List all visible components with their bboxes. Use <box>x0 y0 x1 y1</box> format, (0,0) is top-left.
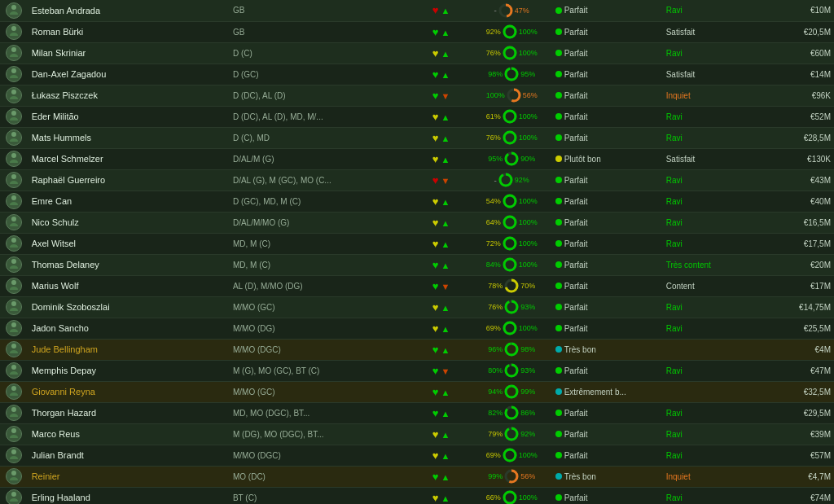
fitness-wrap: 96% 98% <box>488 342 535 357</box>
player-name-cell[interactable]: Memphis Depay <box>29 360 230 381</box>
player-heart-arrow: ♥ ▲ <box>411 42 472 64</box>
player-heart-arrow: ♥ ▼ <box>411 360 472 381</box>
moral-text: Parfait <box>564 70 588 79</box>
avatar <box>6 489 22 504</box>
moral-text: Extrêmement b... <box>564 388 626 397</box>
player-name-cell[interactable]: Dominik Szoboszlai <box>29 296 230 318</box>
player-position: AL (D), M/MO (DG) <box>230 275 411 296</box>
moral-text: Parfait <box>564 218 588 227</box>
heart-icon: ♥ <box>432 90 439 102</box>
player-name-cell[interactable]: Emre Can <box>29 191 230 212</box>
player-value: €4M <box>763 339 834 360</box>
player-name-cell[interactable]: Mats Hummels <box>29 127 230 148</box>
player-name-cell[interactable]: Marco Reus <box>29 423 230 445</box>
moral-badge: Parfait <box>555 366 588 375</box>
arrow-icon: ▲ <box>441 6 450 15</box>
player-name-cell[interactable]: Marius Wolf <box>29 275 230 296</box>
heart-icon: ♥ <box>432 344 439 356</box>
player-value: €14,75M <box>763 296 834 318</box>
fitness-donut <box>503 194 517 208</box>
moral-text: Parfait <box>564 430 588 439</box>
avatar-cell <box>0 233 29 254</box>
player-name-cell[interactable]: Dan-Axel Zagadou <box>29 64 230 85</box>
player-name-cell[interactable]: Giovanni Reyna <box>29 381 230 402</box>
moral-dot <box>555 388 562 395</box>
player-heart-arrow: ♥ ▲ <box>411 148 472 169</box>
svg-point-40 <box>11 217 16 221</box>
player-position: M/MO (DGC) <box>230 339 411 360</box>
player-moral: Parfait <box>552 191 663 212</box>
player-moral: Parfait <box>552 64 663 85</box>
heart-icon: ♥ <box>432 428 439 440</box>
player-name-cell[interactable]: Raphaël Guerreiro <box>29 169 230 191</box>
heart-icon: ♥ <box>432 238 439 250</box>
fitness-donut <box>507 88 521 103</box>
player-name: Jude Bellingham <box>32 344 98 354</box>
player-name-cell[interactable]: Reinier <box>29 466 230 487</box>
player-position: D/AL/M/MO (G) <box>230 212 411 233</box>
player-name-cell[interactable]: Erling Haaland <box>29 487 230 504</box>
svg-point-80 <box>11 428 16 433</box>
player-mood: Ravi <box>663 296 764 318</box>
avatar-cell <box>0 402 29 423</box>
avatar <box>6 193 22 209</box>
svg-point-53 <box>10 287 18 290</box>
player-name-cell[interactable]: Marcel Schmelzer <box>29 148 230 169</box>
player-name-cell[interactable]: Axel Witsel <box>29 233 230 254</box>
player-heart-arrow: ♥ ▲ <box>411 127 472 148</box>
player-name-cell[interactable]: Jadon Sancho <box>29 318 230 339</box>
fitness-wrap: 76% 100% <box>486 46 538 60</box>
fitness-donut <box>504 278 519 293</box>
moral-text: Parfait <box>564 282 588 291</box>
avatar <box>6 151 22 167</box>
moral-badge: Parfait <box>555 451 588 460</box>
svg-point-4 <box>11 26 16 31</box>
player-position: D (DC), AL (D), MD, M/... <box>230 106 411 127</box>
player-table-container[interactable]: Esteban Andrada GB ♥ ▲ - 47% Parfait Rav… <box>0 0 834 504</box>
svg-point-49 <box>10 265 18 269</box>
player-name-cell[interactable]: Julian Brandt <box>29 445 230 466</box>
avatar <box>6 214 22 230</box>
player-name-cell[interactable]: Thorgan Hazard <box>29 402 230 423</box>
moral-text: Parfait <box>564 28 588 37</box>
player-name-cell[interactable]: Łukasz Piszczek <box>29 85 230 106</box>
fitness-wrap: 76% 100% <box>486 130 538 145</box>
fitness-val2: 70% <box>520 282 535 290</box>
fitness-val2: 56% <box>520 472 535 480</box>
player-mood: Ravi <box>663 233 764 254</box>
moral-dot <box>555 28 562 35</box>
player-name-cell[interactable]: Esteban Andrada <box>29 0 230 21</box>
player-name-cell[interactable]: Thomas Delaney <box>29 254 230 275</box>
player-name-cell[interactable]: Milan Skriniar <box>29 42 230 64</box>
moral-text: Parfait <box>564 112 588 121</box>
heart-icon: ♥ <box>432 449 439 462</box>
svg-point-85 <box>10 456 18 459</box>
player-name-cell[interactable]: Eder Militão <box>29 106 230 127</box>
moral-badge: Parfait <box>555 197 588 206</box>
avatar <box>6 278 22 294</box>
svg-point-51 <box>504 259 516 270</box>
arrow-icon: ▲ <box>441 112 450 122</box>
moral-dot <box>555 325 562 331</box>
moral-text: Très bon <box>564 345 596 354</box>
player-heart-arrow: ♥ ▲ <box>411 21 472 42</box>
moral-dot <box>555 198 562 204</box>
player-name-cell[interactable]: Nico Schulz <box>29 212 230 233</box>
player-value: €10M <box>763 0 834 21</box>
moral-badge: Parfait <box>555 49 588 58</box>
svg-point-29 <box>10 160 18 163</box>
fitness-wrap: 66% 100% <box>486 490 538 504</box>
fitness-donut <box>504 405 519 420</box>
arrow-icon: ▲ <box>441 155 450 164</box>
fitness-wrap: 82% 86% <box>488 405 535 420</box>
avatar-cell <box>0 106 29 127</box>
player-position: D (C) <box>230 42 411 64</box>
svg-point-88 <box>11 471 16 476</box>
svg-point-93 <box>10 498 18 502</box>
player-fitness: 94% 99% <box>472 381 552 402</box>
svg-point-57 <box>10 308 18 311</box>
heart-icon: ♥ <box>432 492 439 504</box>
player-value: €96K <box>763 85 834 106</box>
player-name-cell[interactable]: Jude Bellingham <box>29 339 230 360</box>
player-name-cell[interactable]: Roman Bürki <box>29 21 230 42</box>
